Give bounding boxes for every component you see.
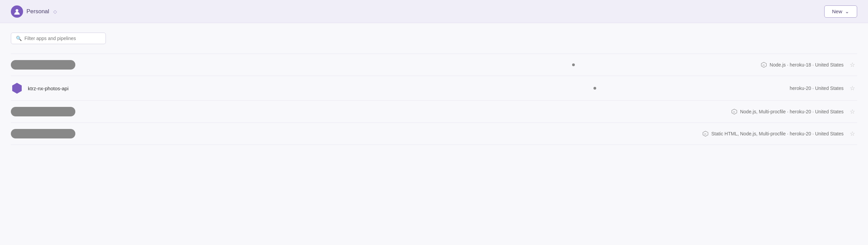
app-meta: JS Static HTML, Node.js, Multi-procfile …	[702, 131, 844, 137]
svg-point-0	[16, 9, 18, 12]
search-bar: 🔍	[11, 33, 106, 44]
app-right: JS Static HTML, Node.js, Multi-procfile …	[702, 129, 857, 138]
star-button[interactable]: ☆	[848, 84, 857, 93]
star-button[interactable]: ☆	[848, 107, 857, 116]
app-meta: JS Node.js, Multi-procfile · heroku-20 ·…	[731, 109, 844, 115]
app-meta: heroku-20 · United States	[790, 86, 844, 91]
nodejs-icon: JS	[731, 109, 737, 115]
app-left	[11, 129, 357, 138]
app-meta-text: Static HTML, Node.js, Multi-procfile · h…	[711, 131, 844, 136]
app-left: ktrz-nx-photos-api	[11, 82, 400, 94]
app-right: JS Node.js · heroku-18 · United States ☆	[761, 60, 857, 69]
app-name-placeholder	[11, 60, 75, 70]
app-meta-text: Node.js, Multi-procfile · heroku-20 · Un…	[740, 109, 844, 114]
nodejs-icon: JS	[702, 131, 709, 137]
workspace-chevron-icon: ◇	[53, 9, 57, 14]
svg-text:JS: JS	[733, 111, 735, 113]
search-icon: 🔍	[16, 36, 22, 41]
app-center	[400, 87, 790, 90]
avatar	[11, 5, 23, 18]
svg-text:JS: JS	[762, 64, 765, 66]
app-right: heroku-20 · United States ☆	[790, 84, 857, 93]
new-button-chevron-icon: ⌄	[845, 8, 849, 15]
app-name-placeholder	[11, 107, 75, 116]
app-left	[11, 107, 371, 116]
star-button[interactable]: ☆	[848, 60, 857, 69]
workspace-name: Personal	[26, 8, 49, 15]
list-item[interactable]: JS Node.js · heroku-18 · United States ☆	[11, 54, 857, 76]
app-name-placeholder	[11, 129, 75, 138]
app-icon-hex	[11, 82, 23, 94]
search-input[interactable]	[24, 36, 101, 41]
workspace-selector[interactable]: Personal ◇	[11, 5, 57, 18]
app-meta-text: heroku-20 · United States	[790, 86, 844, 91]
app-center	[386, 63, 761, 66]
list-item[interactable]: JS Node.js, Multi-procfile · heroku-20 ·…	[11, 101, 857, 123]
top-bar: Personal ◇ New ⌄	[0, 0, 868, 23]
svg-text:JS: JS	[704, 133, 706, 135]
app-meta-text: Node.js · heroku-18 · United States	[770, 62, 844, 68]
status-dot	[593, 87, 596, 90]
svg-marker-3	[12, 83, 22, 94]
star-button[interactable]: ☆	[848, 129, 857, 138]
app-left	[11, 60, 386, 70]
list-item[interactable]: ktrz-nx-photos-api heroku-20 · United St…	[11, 76, 857, 101]
new-button-label: New	[832, 8, 842, 14]
list-item[interactable]: JS Static HTML, Node.js, Multi-procfile …	[11, 123, 857, 145]
main-content: 🔍 JS Node.js · heroku-18	[0, 23, 868, 154]
app-list: JS Node.js · heroku-18 · United States ☆…	[11, 54, 857, 145]
new-button[interactable]: New ⌄	[824, 5, 857, 18]
status-dot	[572, 63, 575, 66]
app-meta: JS Node.js · heroku-18 · United States	[761, 62, 844, 68]
app-right: JS Node.js, Multi-procfile · heroku-20 ·…	[731, 107, 857, 116]
app-name: ktrz-nx-photos-api	[28, 86, 69, 91]
nodejs-icon: JS	[761, 62, 767, 68]
